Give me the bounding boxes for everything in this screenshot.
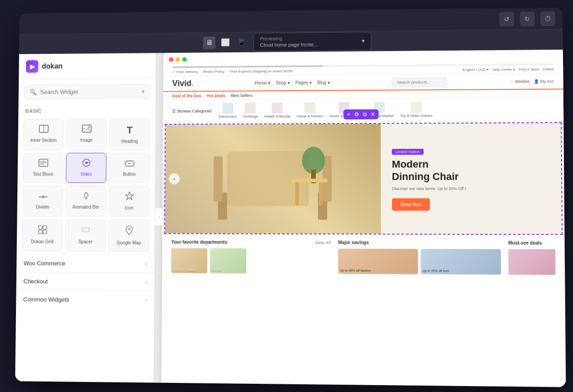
image-icon (82, 124, 92, 135)
follow-link[interactable]: Follow (543, 67, 554, 71)
clothings-category[interactable]: Clothings (243, 103, 258, 119)
widget-icon[interactable]: Icon (109, 186, 150, 217)
spacer-icon (81, 225, 90, 237)
nav-pages[interactable]: Pages ▾ (295, 80, 312, 85)
savings-images: Up to 40% off fashion Up to 25% off tech (338, 249, 501, 275)
search-icon: 🔍 (30, 89, 37, 96)
widget-animated-btn[interactable]: Animated Btn (65, 186, 106, 217)
website-preview: ✓ Free Delivery Return Policy Free Expre… (161, 50, 566, 387)
close-traffic-light (169, 57, 173, 62)
category-items: Electronics Clothings Health & Beauty (219, 102, 433, 119)
widget-image[interactable]: Image (66, 119, 107, 150)
dokan-grid-icon (38, 225, 47, 237)
nav-home[interactable]: Home ▾ (255, 81, 270, 86)
language-selector[interactable]: English / USD ▾ (463, 67, 489, 72)
dokan-brand-name: dokan (42, 62, 63, 71)
widget-dokan-grid[interactable]: Dokan Grid (22, 219, 63, 251)
svg-rect-19 (82, 228, 89, 232)
widget-divider[interactable]: Divider (22, 186, 63, 217)
widget-label-divider: Divider (36, 205, 49, 210)
main-content: ▶ dokan 🔍 ▾ Basic (15, 50, 566, 387)
view-all-departments[interactable]: View All (315, 240, 331, 245)
common-widgets-label: Common Widgets (23, 296, 69, 303)
desktop-device-icon[interactable]: 🖥 (203, 36, 216, 49)
svg-point-20 (128, 228, 130, 230)
deal-of-day-text: Deal of the Day (172, 93, 201, 98)
widget-spacer[interactable]: Spacer (65, 219, 106, 252)
heading-icon: T (127, 124, 133, 136)
tablet-device-icon[interactable]: ⬜ (219, 36, 232, 49)
hero-title: Modern Dinning Chair (392, 158, 550, 183)
text-block-icon (38, 159, 48, 169)
limited-edition-badge: Limited Edition (392, 149, 423, 155)
widget-label-inner-section: Inner Section (31, 138, 57, 143)
browse-label: Browse Categories (177, 108, 212, 113)
minimize-traffic-light (176, 57, 180, 62)
account-link[interactable]: 👤 My Acc (534, 79, 554, 83)
nav-shop[interactable]: Shop ▾ (276, 80, 290, 85)
widget-label-icon: Icon (125, 206, 134, 211)
health-beauty-category[interactable]: Health & Beauty (264, 103, 291, 119)
search-input[interactable] (40, 88, 145, 95)
common-widgets-section[interactable]: Common Widgets › (16, 290, 154, 309)
widget-label-heading: Heading (121, 139, 138, 144)
hero-title-line1: Modern (392, 159, 428, 170)
checkout-label: Checkout (23, 278, 48, 285)
hero-prev-button[interactable]: ‹ (169, 173, 180, 184)
help-center-link[interactable]: Help Center ▾ (492, 67, 515, 72)
hero-section-wrapper: + ⚙ ⧉ ✕ (164, 122, 563, 235)
mobile-device-icon[interactable]: 📱 (235, 36, 248, 49)
home-furniture-thumb[interactable]: Home & furniture (171, 248, 208, 273)
widget-button[interactable]: Button (109, 153, 150, 183)
delete-btn[interactable]: ✕ (370, 111, 375, 118)
shop-now-button[interactable]: Shop Now (392, 198, 430, 211)
sidebar-header: ▶ dokan (19, 53, 156, 79)
tech-savings-thumb[interactable]: Up to 25% off tech (421, 249, 501, 274)
checkout-chevron-icon: › (146, 279, 147, 285)
svg-rect-15 (38, 226, 42, 229)
collapse-sidebar-handle[interactable]: ‹ (155, 208, 163, 226)
search-widget-box[interactable]: 🔍 ▾ (24, 84, 150, 99)
fashion-savings-thumb[interactable]: Up to 40% off fashion (338, 249, 418, 274)
website-search-input[interactable] (392, 77, 447, 87)
browse-categories[interactable]: ☰ Browse Categories (172, 108, 212, 113)
nav-blog[interactable]: Blog ▾ (317, 80, 330, 85)
widget-inner-section[interactable]: Inner Section (23, 119, 64, 150)
widget-text-block[interactable]: Text Block (23, 153, 63, 183)
website-navbar: Vivid. Home ▾ Shop ▾ Pages ▾ Blog ▾ ♡ Wi… (163, 73, 563, 92)
history-button[interactable]: ⏱ (540, 11, 555, 26)
departments-column: Your favorite departments View All Home … (171, 239, 331, 273)
chair-visual (165, 124, 381, 234)
duplicate-btn[interactable]: ⧉ (363, 111, 367, 118)
checkout-section[interactable]: Checkout › (16, 272, 155, 291)
svg-rect-16 (43, 226, 47, 229)
settings-btn[interactable]: ⚙ (354, 111, 359, 118)
woo-commerce-chevron-icon: › (146, 261, 147, 267)
woo-commerce-section[interactable]: Woo Commerce › (16, 254, 155, 273)
home-kitchen-category[interactable]: Home & Kitchen (297, 102, 323, 118)
divider-icon (38, 191, 48, 202)
widget-video[interactable]: Video (66, 153, 106, 183)
add-element-btn[interactable]: + (347, 111, 350, 118)
kitchen-thumb[interactable]: Kitchen (210, 248, 246, 273)
address-url: Cloud home page fronte... (260, 41, 318, 48)
undo-button[interactable]: ↺ (499, 11, 514, 26)
woo-commerce-label: Woo Commerce (24, 260, 65, 267)
electronics-category[interactable]: Electronics (219, 103, 237, 119)
svg-rect-28 (291, 179, 327, 182)
departments-title: Your favorite departments (171, 239, 227, 244)
widget-label-google-map: Google Map (117, 240, 141, 246)
find-store-link[interactable]: Find a Store (519, 67, 539, 71)
free-shipping-text: Free Express Shipping on orders $250! (230, 69, 293, 73)
widget-sidebar: ▶ dokan 🔍 ▾ Basic (15, 53, 156, 382)
preview-area: ‹ (154, 50, 566, 387)
hero-subtitle: Discover our new items. Up to 25% Off ! (392, 186, 550, 191)
wishlist-link[interactable]: ♡ Wishlist (510, 79, 529, 83)
widget-label-spacer: Spacer (78, 239, 93, 245)
redo-button[interactable]: ↻ (520, 11, 535, 26)
widget-google-map[interactable]: Google Map (109, 219, 150, 252)
toy-games-category[interactable]: Toy & Video Games (400, 102, 432, 118)
must-see-thumb[interactable] (508, 249, 555, 275)
address-bar[interactable]: Previewing Cloud home page fronte... ▾ (253, 32, 371, 52)
widget-heading[interactable]: T Heading (109, 119, 150, 150)
